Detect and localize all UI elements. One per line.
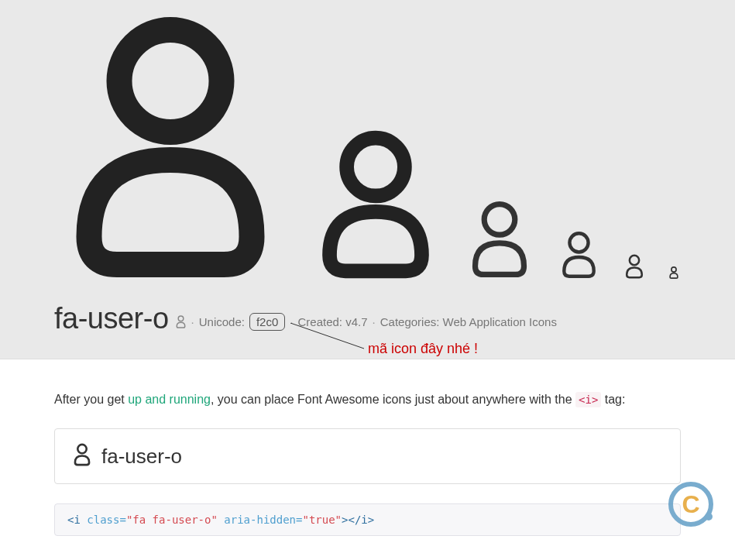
icon-size-row <box>54 15 681 279</box>
user-o-icon <box>668 266 679 279</box>
svg-point-5 <box>671 267 676 272</box>
user-o-icon <box>558 231 600 279</box>
user-o-icon <box>175 315 187 328</box>
intro-paragraph: After you get up and running, you can pl… <box>54 390 681 409</box>
categories-label: Categories: Web Application Icons <box>380 315 557 328</box>
header-section: fa-user-o · Unicode: f2c0 · Created: v4.… <box>0 0 735 359</box>
user-o-icon <box>54 15 287 279</box>
svg-point-6 <box>178 316 184 321</box>
code-aria-attr: aria-hidden= <box>218 514 303 526</box>
code-close-tag: ></i> <box>342 514 374 526</box>
svg-point-1 <box>347 138 405 196</box>
code-block: <i class="fa fa-user-o" aria-hidden="tru… <box>54 503 681 536</box>
code-aria-value: "true" <box>302 514 342 526</box>
up-and-running-link[interactable]: up and running <box>128 393 211 406</box>
example-box: fa-user-o <box>54 428 681 484</box>
user-o-icon <box>72 443 92 469</box>
intro-text-after: , you can place Font Awesome icons just … <box>211 393 575 406</box>
code-open-tag: <i <box>67 514 81 526</box>
created-label: Created: v4.7 <box>297 315 367 328</box>
intro-text-end: tag: <box>601 393 625 406</box>
user-o-icon <box>310 130 441 279</box>
unicode-label: Unicode: <box>199 315 245 328</box>
user-o-icon <box>623 254 645 279</box>
icon-name-title: fa-user-o <box>54 302 169 335</box>
svg-point-4 <box>630 256 639 265</box>
example-label: fa-user-o <box>101 445 182 469</box>
svg-point-3 <box>569 233 588 252</box>
annotation-text: mã icon đây nhé ! <box>368 341 478 357</box>
separator-dot: · <box>290 315 293 328</box>
icon-meta: · Unicode: f2c0 · Created: v4.7 · Catego… <box>175 313 557 331</box>
intro-text-before: After you get <box>54 393 128 406</box>
code-class-value: "fa fa-user-o" <box>126 514 218 526</box>
unicode-value: f2c0 <box>249 313 285 331</box>
title-row: fa-user-o · Unicode: f2c0 · Created: v4.… <box>54 302 681 335</box>
svg-point-2 <box>484 204 515 235</box>
content-section: After you get up and running, you can pl… <box>0 359 735 551</box>
svg-point-0 <box>119 30 222 132</box>
code-class-attr: class= <box>81 514 126 526</box>
separator-dot: · <box>191 315 194 328</box>
user-o-icon <box>465 200 534 279</box>
separator-dot: · <box>373 315 376 328</box>
svg-point-8 <box>77 445 86 453</box>
code-i-tag: <i> <box>575 392 601 407</box>
